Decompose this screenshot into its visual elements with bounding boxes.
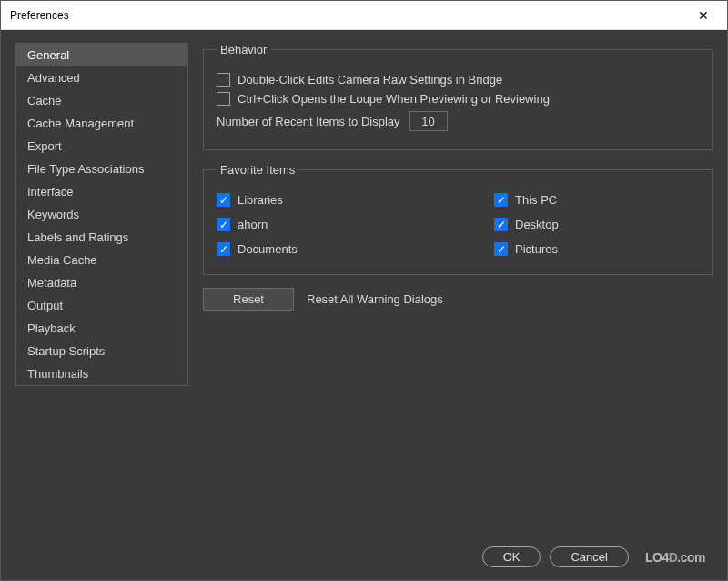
favorite-checkbox[interactable] — [494, 193, 508, 207]
behavior-group: Behavior Double-Click Edits Camera Raw S… — [203, 43, 713, 150]
recent-items-label: Number of Recent Items to Display — [217, 115, 400, 128]
favorite-checkbox[interactable] — [217, 242, 230, 256]
favorite-checkbox[interactable] — [217, 193, 230, 207]
reset-button[interactable]: Reset — [203, 288, 294, 311]
favorite-label[interactable]: Pictures — [515, 242, 558, 256]
window-title: Preferences — [10, 9, 689, 22]
ctrl-click-checkbox[interactable] — [217, 92, 230, 106]
sidebar-item-file-type-associations[interactable]: File Type Associations — [16, 158, 187, 180]
recent-items-row: Number of Recent Items to Display — [217, 111, 699, 131]
favorite-item: Documents — [217, 242, 421, 256]
sidebar-item-advanced[interactable]: Advanced — [16, 66, 187, 89]
double-click-checkbox[interactable] — [217, 73, 230, 87]
favorites-legend: Favorite Items — [217, 163, 298, 177]
sidebar-item-export[interactable]: Export — [16, 135, 187, 158]
favorite-checkbox[interactable] — [494, 218, 508, 231]
preferences-window: Preferences ✕ GeneralAdvancedCacheCache … — [0, 0, 728, 581]
sidebar-item-interface[interactable]: Interface — [16, 180, 187, 203]
sidebar-item-metadata[interactable]: Metadata — [16, 271, 187, 294]
favorite-label[interactable]: This PC — [515, 193, 557, 207]
sidebar: GeneralAdvancedCacheCache ManagementExpo… — [15, 43, 188, 386]
double-click-row: Double-Click Edits Camera Raw Settings i… — [217, 73, 699, 87]
favorite-item: Libraries — [217, 193, 421, 207]
ctrl-click-row: Ctrl+Click Opens the Loupe When Previewi… — [217, 92, 699, 106]
favorite-item: This PC — [494, 193, 699, 207]
sidebar-item-startup-scripts[interactable]: Startup Scripts — [16, 340, 187, 362]
footer: OK Cancel LO4D.com — [482, 546, 705, 567]
sidebar-item-general[interactable]: General — [16, 44, 187, 66]
sidebar-item-cache[interactable]: Cache — [16, 89, 187, 112]
reset-row: Reset Reset All Warning Dialogs — [203, 288, 713, 311]
sidebar-item-keywords[interactable]: Keywords — [16, 203, 187, 226]
favorite-label[interactable]: Desktop — [515, 218, 559, 231]
double-click-label[interactable]: Double-Click Edits Camera Raw Settings i… — [238, 73, 502, 87]
content-area: GeneralAdvancedCacheCache ManagementExpo… — [1, 30, 727, 580]
cancel-button[interactable]: Cancel — [550, 546, 628, 567]
favorites-grid: LibrariesThis PCahornDesktopDocumentsPic… — [217, 188, 699, 261]
ok-button[interactable]: OK — [482, 546, 541, 567]
sidebar-item-output[interactable]: Output — [16, 294, 187, 317]
favorite-item: Desktop — [494, 218, 699, 231]
favorite-label[interactable]: Libraries — [238, 193, 283, 207]
favorite-label[interactable]: Documents — [238, 242, 298, 256]
favorite-label[interactable]: ahorn — [238, 218, 268, 231]
favorite-checkbox[interactable] — [217, 218, 230, 231]
watermark: LO4D.com — [645, 550, 705, 565]
favorite-item: Pictures — [494, 242, 699, 256]
favorite-checkbox[interactable] — [494, 242, 508, 256]
sidebar-item-playback[interactable]: Playback — [16, 317, 187, 340]
behavior-legend: Behavior — [217, 43, 270, 56]
main-panel: Behavior Double-Click Edits Camera Raw S… — [203, 43, 713, 580]
sidebar-item-thumbnails[interactable]: Thumbnails — [16, 362, 187, 385]
titlebar: Preferences ✕ — [1, 1, 727, 30]
ctrl-click-label[interactable]: Ctrl+Click Opens the Loupe When Previewi… — [238, 92, 550, 106]
reset-description: Reset All Warning Dialogs — [307, 292, 443, 306]
sidebar-item-cache-management[interactable]: Cache Management — [16, 112, 187, 135]
favorites-group: Favorite Items LibrariesThis PCahornDesk… — [203, 163, 713, 275]
recent-items-input[interactable] — [410, 111, 448, 131]
close-icon[interactable]: ✕ — [689, 8, 718, 23]
sidebar-item-labels-and-ratings[interactable]: Labels and Ratings — [16, 226, 187, 249]
sidebar-item-media-cache[interactable]: Media Cache — [16, 249, 187, 271]
favorite-item: ahorn — [217, 218, 421, 231]
